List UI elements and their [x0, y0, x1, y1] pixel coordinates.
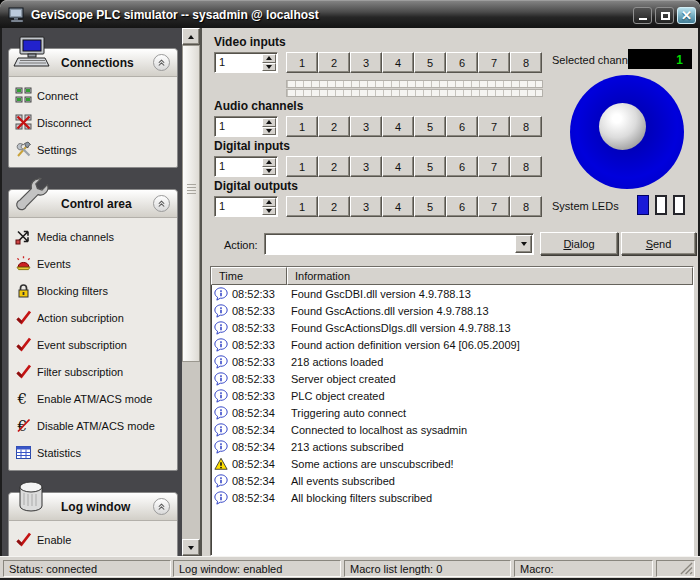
chevron-double-up-icon	[156, 198, 167, 209]
log-message: Found GscActionsDlgs.dll version 4.9.788…	[284, 322, 511, 334]
channel-spinner[interactable]: 1	[214, 116, 278, 137]
spinner-down-button[interactable]	[262, 167, 276, 176]
sidebar-item-connect[interactable]: Connect	[15, 82, 177, 109]
title-bar[interactable]: GeviScope PLC simulator -- sysadmin @ lo…	[0, 0, 700, 28]
log-row[interactable]: 08:52:34Connected to localhost as sysadm…	[211, 421, 693, 438]
log-time: 08:52:33	[232, 339, 284, 351]
channel-button-7[interactable]: 7	[478, 116, 510, 137]
spinner-down-icon	[266, 65, 272, 69]
send-button[interactable]: Send	[621, 232, 696, 255]
channel-button-1[interactable]: 1	[286, 156, 318, 177]
channel-button-7[interactable]: 7	[478, 156, 510, 177]
sidebar-scrollbar[interactable]	[182, 28, 200, 556]
channel-button-6[interactable]: 6	[446, 52, 478, 73]
collapse-button[interactable]	[153, 498, 170, 515]
spinner-down-button[interactable]	[262, 127, 276, 136]
channel-spinner[interactable]: 1	[214, 52, 278, 73]
log-row[interactable]: 08:52:33Server object created	[211, 370, 693, 387]
channel-button-1[interactable]: 1	[286, 196, 318, 217]
close-button[interactable]: ✕	[677, 7, 696, 24]
channel-button-2[interactable]: 2	[318, 116, 350, 137]
sidebar-item-disconnect[interactable]: Disconnect	[15, 109, 177, 136]
channel-button-6[interactable]: 6	[446, 196, 478, 217]
sidebar-item-enable[interactable]: Enable	[15, 526, 177, 553]
channel-button-8[interactable]: 8	[510, 156, 542, 177]
channel-button-1[interactable]: 1	[286, 52, 318, 73]
channel-button-5[interactable]: 5	[414, 156, 446, 177]
log-row[interactable]: 08:52:33Found action definition version …	[211, 336, 693, 353]
resize-grip-icon[interactable]	[680, 562, 693, 575]
joystick-pad[interactable]	[570, 75, 684, 189]
channel-button-4[interactable]: 4	[382, 116, 414, 137]
log-row[interactable]: 08:52:33Found GscDBI.dll version 4.9.788…	[211, 285, 693, 302]
spinner-up-button[interactable]	[262, 198, 276, 207]
collapse-button[interactable]	[153, 195, 170, 212]
spinner-up-button[interactable]	[262, 158, 276, 167]
channel-spinner[interactable]: 1	[214, 196, 278, 217]
collapse-button[interactable]	[153, 54, 170, 71]
log-row[interactable]: 08:52:34All blocking filters subscribed	[211, 489, 693, 506]
channel-button-5[interactable]: 5	[414, 196, 446, 217]
sidebar-item-enable-atm-acs-mode[interactable]: €Enable ATM/ACS mode	[15, 385, 177, 412]
sidebar-item-label: Filter subscription	[37, 366, 123, 378]
action-combobox[interactable]	[264, 233, 534, 255]
spinner-down-button[interactable]	[262, 207, 276, 216]
spinner-down-button[interactable]	[262, 63, 276, 72]
info-icon	[214, 372, 228, 386]
scroll-down-button[interactable]	[182, 539, 200, 556]
log-message: Connected to localhost as sysadmin	[284, 424, 467, 436]
channel-button-3[interactable]: 3	[350, 52, 382, 73]
log-row[interactable]: 08:52:34Triggering auto connect	[211, 404, 693, 421]
channel-button-2[interactable]: 2	[318, 156, 350, 177]
channel-group-label: Video inputs	[214, 35, 546, 50]
channel-button-8[interactable]: 8	[510, 52, 542, 73]
log-row[interactable]: 08:52:33Found GscActionsDlgs.dll version…	[211, 319, 693, 336]
log-row[interactable]: 08:52:33PLC object created	[211, 387, 693, 404]
dialog-button[interactable]: Dialog	[540, 232, 618, 255]
channel-spinner[interactable]: 1	[214, 156, 278, 177]
channel-button-7[interactable]: 7	[478, 196, 510, 217]
sidebar-item-filter-subscription[interactable]: Filter subscription	[15, 358, 177, 385]
channel-button-3[interactable]: 3	[350, 116, 382, 137]
channel-group-label: Digital inputs	[214, 139, 546, 154]
sidebar-item-events[interactable]: Events	[15, 250, 177, 277]
channel-button-4[interactable]: 4	[382, 196, 414, 217]
column-header-time[interactable]: Time	[211, 267, 287, 285]
sidebar-item-event-subscription[interactable]: Event subscription	[15, 331, 177, 358]
log-row[interactable]: 08:52:33218 actions loaded	[211, 353, 693, 370]
log-row[interactable]: 08:52:34Some actions are unscubscribed!	[211, 455, 693, 472]
sidebar-item-statistics[interactable]: Statistics	[15, 439, 177, 466]
scrollbar-thumb[interactable]	[182, 45, 200, 362]
section-title: Connections	[61, 56, 134, 70]
log-row[interactable]: 08:52:34All events subscribed	[211, 472, 693, 489]
sidebar-item-action-subcription[interactable]: Action subcription	[15, 304, 177, 331]
channel-button-6[interactable]: 6	[446, 156, 478, 177]
minimize-button[interactable]	[633, 7, 652, 24]
channel-button-2[interactable]: 2	[318, 196, 350, 217]
column-header-information[interactable]: Information	[287, 267, 693, 285]
channel-button-6[interactable]: 6	[446, 116, 478, 137]
channel-button-8[interactable]: 8	[510, 116, 542, 137]
channel-button-4[interactable]: 4	[382, 52, 414, 73]
maximize-button[interactable]	[655, 7, 674, 24]
channel-button-5[interactable]: 5	[414, 116, 446, 137]
channel-button-8[interactable]: 8	[510, 196, 542, 217]
channel-button-3[interactable]: 3	[350, 196, 382, 217]
channel-button-4[interactable]: 4	[382, 156, 414, 177]
sidebar-item-blocking-filters[interactable]: Blocking filters	[15, 277, 177, 304]
sidebar-item-disable-atm-acs-mode[interactable]: €Disable ATM/ACS mode	[15, 412, 177, 439]
log-row[interactable]: 08:52:33Found GscActions.dll version 4.9…	[211, 302, 693, 319]
channel-button-7[interactable]: 7	[478, 52, 510, 73]
scroll-up-button[interactable]	[182, 28, 200, 45]
sidebar-item-media-channels[interactable]: Media channels	[15, 223, 177, 250]
combobox-dropdown-button[interactable]	[515, 235, 532, 253]
channel-button-2[interactable]: 2	[318, 52, 350, 73]
sidebar-item-settings[interactable]: Settings	[15, 136, 177, 163]
channel-button-5[interactable]: 5	[414, 52, 446, 73]
spinner-up-button[interactable]	[262, 118, 276, 127]
channel-button-1[interactable]: 1	[286, 116, 318, 137]
joystick-ball[interactable]	[599, 103, 646, 150]
spinner-up-button[interactable]	[262, 54, 276, 63]
log-row[interactable]: 08:52:34213 actions subscribed	[211, 438, 693, 455]
channel-button-3[interactable]: 3	[350, 156, 382, 177]
